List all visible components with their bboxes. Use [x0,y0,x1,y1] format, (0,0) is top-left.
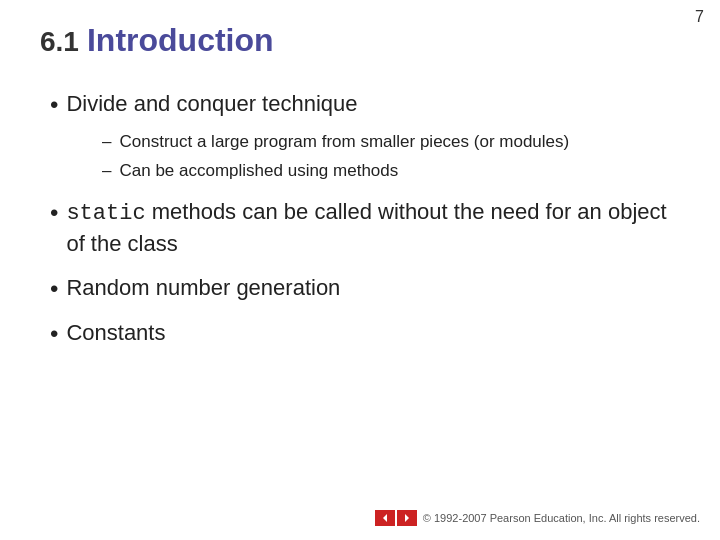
slide-content: • Divide and conquer technique – Constru… [0,69,720,383]
bullet-dot-3: • [50,273,58,304]
prev-button[interactable] [375,510,395,526]
bullet-2-suffix: methods can be called without the need f… [66,199,666,256]
bullet-3-text: Random number generation [66,273,340,303]
sub-bullet-1-2: – Can be accomplished using methods [102,159,670,184]
footer: © 1992-2007 Pearson Education, Inc. All … [375,510,700,526]
bullet-1-text: Divide and conquer technique [66,89,357,119]
sub-bullet-1-1: – Construct a large program from smaller… [102,130,670,155]
title-text: Introduction [87,22,274,59]
bullet-1: • Divide and conquer technique [50,89,670,120]
bullet-2: • static methods can be called without t… [50,197,670,258]
slide: 7 6.1 Introduction • Divide and conquer … [0,0,720,540]
bullet-dot-2: • [50,197,58,228]
sub-dash-2: – [102,159,111,184]
sub-bullet-1-2-text: Can be accomplished using methods [119,159,398,184]
bullet-4-text: Constants [66,318,165,348]
bullet-dot-1: • [50,89,58,120]
next-button[interactable] [397,510,417,526]
bullet-3: • Random number generation [50,273,670,304]
bullet-2-text: static methods can be called without the… [66,197,670,258]
sub-dash-1: – [102,130,111,155]
bullet-dot-4: • [50,318,58,349]
svg-marker-0 [383,514,387,522]
sub-bullets-1: – Construct a large program from smaller… [102,130,670,183]
svg-marker-1 [405,514,409,522]
sub-bullet-1-1-text: Construct a large program from smaller p… [119,130,569,155]
bullet-4: • Constants [50,318,670,349]
title-number: 6.1 [40,26,79,58]
page-number: 7 [695,8,704,26]
static-keyword: static [66,201,145,226]
slide-title: 6.1 Introduction [0,0,720,69]
footer-nav[interactable] [375,510,417,526]
copyright-text: © 1992-2007 Pearson Education, Inc. All … [423,512,700,524]
